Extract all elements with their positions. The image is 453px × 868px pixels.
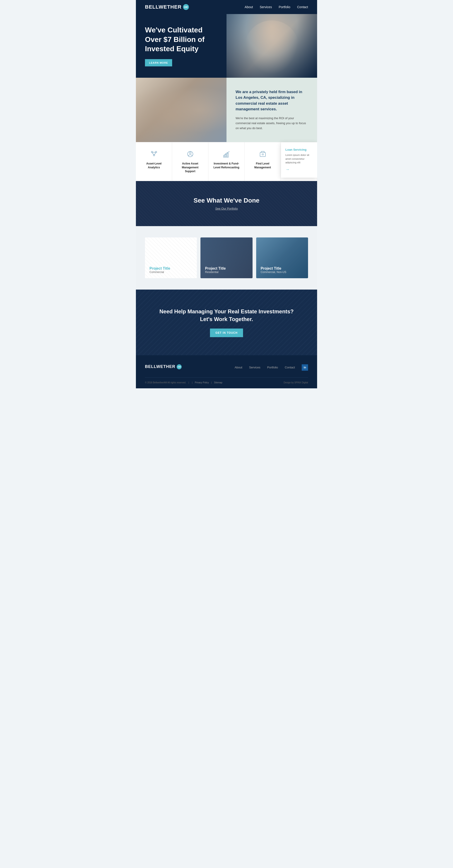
footer-copy: © 2018 BellwetherAM All rights reserved.…	[145, 381, 222, 384]
footer-design: Design by SPINX Digital	[284, 381, 308, 384]
service-label-management: Active Asset Management Support	[177, 162, 204, 173]
footer: BELLWETHER AM About Services Portfolio C…	[136, 355, 317, 389]
portfolio-cta-headline: See What We've Done	[194, 197, 260, 204]
about-image-people	[136, 78, 226, 142]
svg-line-5	[154, 153, 156, 155]
service-label-investment: Investment & Fund-Level Reforecasting	[213, 162, 240, 169]
loan-card-arrow[interactable]: →	[285, 167, 313, 172]
hero-silhouette-overlay	[226, 14, 317, 78]
investment-icon	[223, 150, 230, 159]
project-card-0[interactable]: Project Title Commercial	[145, 238, 197, 278]
project-title-0: Project Title	[150, 267, 192, 271]
find-icon	[259, 150, 267, 159]
nav-about[interactable]: About	[245, 5, 253, 9]
svg-rect-8	[224, 156, 225, 157]
logo-badge: AM	[183, 4, 189, 10]
footer-top: BELLWETHER AM About Services Portfolio C…	[145, 364, 308, 378]
projects-grid: Project Title Commercial Project Title R…	[145, 238, 308, 278]
svg-point-1	[155, 151, 157, 153]
svg-rect-12	[262, 154, 263, 155]
footer-about-link[interactable]: About	[235, 366, 242, 369]
loan-card-title: Loan Servicing	[285, 148, 313, 151]
project-content-0: Project Title Commercial	[150, 267, 192, 274]
logo: BELLWETHER AM	[145, 4, 189, 10]
footer-bottom: © 2018 BellwetherAM All rights reserved.…	[145, 378, 308, 384]
about-headline: We are a privately held firm based in Lo…	[235, 89, 308, 112]
project-title-2: Project Title	[261, 267, 303, 271]
footer-linkedin-icon[interactable]: in	[302, 364, 308, 371]
management-icon	[186, 150, 194, 159]
loan-card-body: Lorem ipsum dolor sit amet consectetur a…	[285, 153, 313, 164]
service-item-find: Find Level Management	[245, 142, 281, 181]
logo-text: BELLWETHER	[145, 4, 182, 10]
footer-privacy-link[interactable]: Privacy Policy	[195, 381, 209, 384]
services-section: Asset-Level Analytics Active Asset Manag…	[136, 142, 317, 181]
loan-servicing-card: Loan Servicing Lorem ipsum dolor sit ame…	[281, 142, 317, 178]
footer-logo-text: BELLWETHER	[145, 364, 175, 369]
contact-cta-headline: Need Help Managing Your Real Estate Inve…	[159, 308, 294, 323]
projects-section: Project Title Commercial Project Title R…	[136, 226, 317, 289]
svg-rect-9	[225, 154, 226, 157]
about-section: We are a privately held firm based in Lo…	[136, 78, 317, 142]
project-card-1[interactable]: Project Title Residential	[200, 238, 252, 278]
portfolio-cta-section: See What We've Done See Our Portfolio	[136, 181, 317, 226]
navbar: BELLWETHER AM About Services Portfolio C…	[136, 0, 317, 14]
hero-cta-button[interactable]: LEARN MORE	[145, 59, 172, 66]
svg-rect-10	[227, 153, 228, 157]
service-label-analytics: Asset-Level Analytics	[140, 162, 167, 169]
footer-portfolio-link[interactable]: Portfolio	[267, 366, 278, 369]
hero-image	[226, 14, 317, 78]
contact-cta-button[interactable]: GET IN TOUCH	[210, 329, 243, 337]
svg-point-0	[151, 151, 153, 153]
service-item-management: Active Asset Management Support	[172, 142, 208, 181]
about-image	[136, 78, 226, 142]
hero-headline: We've Cultivated Over $7 Billion of Inve…	[145, 25, 218, 54]
analytics-icon	[150, 150, 158, 159]
footer-links: About Services Portfolio Contact in	[235, 364, 308, 371]
footer-contact-link[interactable]: Contact	[285, 366, 295, 369]
nav-contact[interactable]: Contact	[297, 5, 308, 9]
project-type-1: Residential	[205, 271, 248, 274]
footer-logo-badge: AM	[177, 364, 182, 369]
nav-services[interactable]: Services	[260, 5, 272, 9]
svg-rect-11	[260, 153, 265, 157]
service-label-find: Find Level Management	[249, 162, 276, 169]
about-body: We're the best at maximizing the ROI of …	[235, 116, 308, 131]
nav-links: About Services Portfolio Contact	[245, 5, 308, 9]
svg-point-2	[153, 155, 155, 156]
contact-cta-section: Need Help Managing Your Real Estate Inve…	[136, 289, 317, 355]
footer-logo: BELLWETHER AM	[145, 364, 182, 369]
svg-line-4	[152, 153, 154, 155]
portfolio-cta-link[interactable]: See Our Portfolio	[215, 207, 238, 210]
project-type-2: Commercial, Non-US	[261, 271, 303, 274]
svg-point-7	[189, 152, 191, 154]
footer-sitemap-link[interactable]: Sitemap	[214, 381, 222, 384]
hero-left: We've Cultivated Over $7 Billion of Inve…	[136, 14, 226, 78]
about-content: We are a privately held firm based in Lo…	[226, 78, 317, 142]
hero-section: We've Cultivated Over $7 Billion of Inve…	[136, 14, 317, 78]
footer-copyright: © 2018 BellwetherAM All rights reserved.	[145, 381, 186, 384]
project-card-2[interactable]: Project Title Commercial, Non-US	[256, 238, 308, 278]
service-item-investment: Investment & Fund-Level Reforecasting	[208, 142, 245, 181]
footer-services-link[interactable]: Services	[249, 366, 260, 369]
project-type-0: Commercial	[150, 271, 192, 274]
service-item-analytics: Asset-Level Analytics	[136, 142, 172, 181]
nav-portfolio[interactable]: Portfolio	[279, 5, 290, 9]
project-title-1: Project Title	[205, 267, 248, 271]
